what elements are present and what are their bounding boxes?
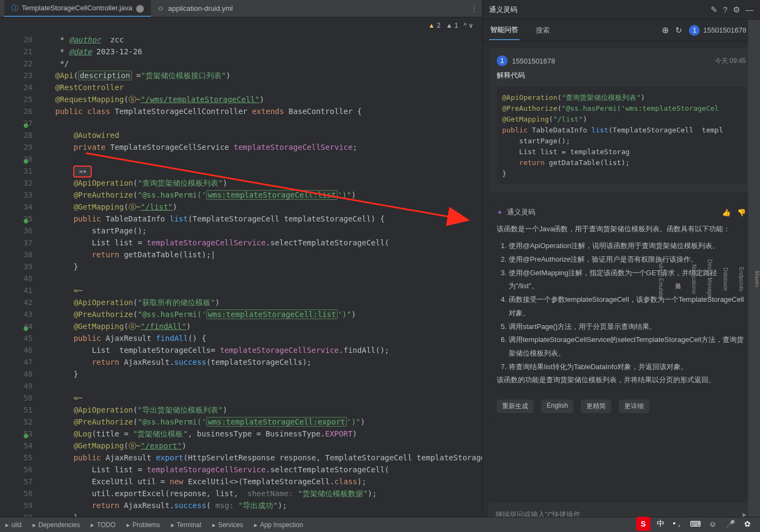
msg-prompt: 解释代码	[497, 71, 746, 80]
yml-file-icon: ⛭	[157, 5, 165, 12]
mic-icon[interactable]: 🎤	[723, 517, 737, 531]
keyboard-icon[interactable]: ⌨	[688, 517, 702, 531]
run-gutter-icon[interactable]: ●	[20, 119, 28, 128]
tongyi-icon: ✦	[497, 208, 503, 217]
resp-list-item: 使用@ApiOperation注解，说明该函数用于查询货架储位模板列表。	[509, 239, 746, 253]
rail-item[interactable]: Endpoints	[738, 267, 744, 291]
tab-label: application-druid.yml	[168, 4, 233, 12]
rail-item[interactable]: Android Emulator	[658, 258, 664, 300]
history-icon[interactable]: ↻	[675, 26, 682, 35]
panel-title: 通义灵码	[489, 5, 517, 15]
minimize-icon[interactable]: —	[745, 5, 753, 15]
code-editor[interactable]: 2021222324252627●282930●3132333435●36373…	[0, 34, 482, 532]
run-gutter-icon[interactable]: ●	[20, 155, 28, 163]
bottom-item[interactable]: ▸Terminal	[171, 521, 201, 529]
tongyi-panel: 通义灵码 ✎ ? ⚙ — 智能问答 搜索 ⊕ ↻ 1 15501501678 ▾	[482, 0, 760, 532]
resp-action-button[interactable]: English	[541, 400, 573, 413]
tool-window-rail: MavenEndpointsDatabaseDevice ManagerNoti…	[748, 20, 760, 532]
close-icon[interactable]: ⬤	[136, 4, 144, 12]
gear-icon[interactable]: ⚙	[733, 5, 740, 15]
help-icon[interactable]: ?	[723, 5, 727, 15]
punct-icon[interactable]: •，	[671, 517, 685, 531]
editor-tabs: Ⓙ TemplateStorageCellController.java ⬤ ⛭…	[0, 0, 482, 17]
bottom-item[interactable]: ▸Dependencies	[33, 521, 80, 529]
rail-item[interactable]: Notifications	[691, 264, 697, 294]
lang-icon[interactable]: 中	[654, 517, 668, 531]
user-message: 1 15501501678 今天 09:45 解释代码 @ApiOperatio…	[489, 48, 753, 192]
thumbs-up-icon[interactable]: 👍	[722, 208, 731, 217]
bottom-item[interactable]: ▸TODO	[91, 521, 115, 529]
user-menu[interactable]: 1 15501501678 ▾	[689, 25, 753, 36]
resp-list-item: 调用startPage()方法，用于分页显示查询结果。	[509, 320, 746, 334]
code-snippet: @ApiOperation("查询货架储位模板列表")@PreAuthorize…	[497, 87, 746, 185]
bottom-item[interactable]: ▸Services	[212, 521, 243, 529]
thumbs-down-icon[interactable]: 👎	[737, 208, 746, 217]
edit-icon[interactable]: ✎	[711, 5, 718, 15]
ai-hint-icon[interactable]: ≈▾	[73, 166, 92, 178]
emoji-icon[interactable]: ☺	[706, 517, 720, 531]
settings-icon[interactable]: ✿	[740, 517, 755, 531]
run-gutter-icon[interactable]: ●	[20, 214, 28, 223]
tab-qa[interactable]: 智能问答	[489, 21, 520, 40]
msg-timestamp: 今天 09:45	[715, 56, 746, 66]
tab-search[interactable]: 搜索	[535, 21, 551, 40]
tab-menu-icon[interactable]: ⋮	[471, 4, 478, 12]
bottom-item[interactable]: ▸Problems	[126, 521, 160, 529]
add-icon[interactable]: ⊕	[662, 25, 669, 35]
sogou-icon[interactable]: S	[636, 517, 650, 531]
assistant-response: ✦ 通义灵码 👍 👎 该函数是一个Java函数，用于查询货架储位模板列表。函数具…	[489, 200, 753, 421]
rail-item[interactable]: Device Manager	[707, 259, 713, 299]
resp-list-item: 将查询结果list转化为TableDataInfo对象，并返回该对象。	[509, 360, 746, 374]
windows-taskbar: S 中 •， ⌨ ☺ 🎤 ✿	[631, 516, 760, 532]
editor-area: Ⓙ TemplateStorageCellController.java ⬤ ⛭…	[0, 0, 482, 532]
tab-label: TemplateStorageCellController.java	[22, 4, 132, 12]
resp-action-button[interactable]: 重新生成	[497, 400, 534, 413]
resp-list-item: 调用templateStorageCellService的selectTempl…	[509, 333, 746, 360]
tab-java[interactable]: Ⓙ TemplateStorageCellController.java ⬤	[4, 0, 151, 17]
java-file-icon: Ⓙ	[11, 4, 18, 12]
inspection-widget[interactable]: ▲2 ▲1 ^ ∨	[0, 17, 482, 34]
bottom-item[interactable]: ▸uild	[5, 521, 22, 529]
rail-item[interactable]: Maven	[754, 271, 760, 287]
run-gutter-icon[interactable]: ●	[20, 322, 28, 331]
user-badge: 1	[497, 55, 508, 66]
tab-yml[interactable]: ⛭ application-druid.yml	[151, 0, 239, 17]
user-badge: 1	[689, 25, 700, 36]
bottom-item[interactable]: ▸App Inspection	[254, 521, 303, 529]
run-gutter-icon[interactable]: ●	[20, 429, 28, 438]
rail-item[interactable]: Database	[723, 268, 729, 291]
resp-action-button[interactable]: 更详细	[619, 400, 649, 413]
resp-action-button[interactable]: 更精简	[581, 400, 611, 413]
